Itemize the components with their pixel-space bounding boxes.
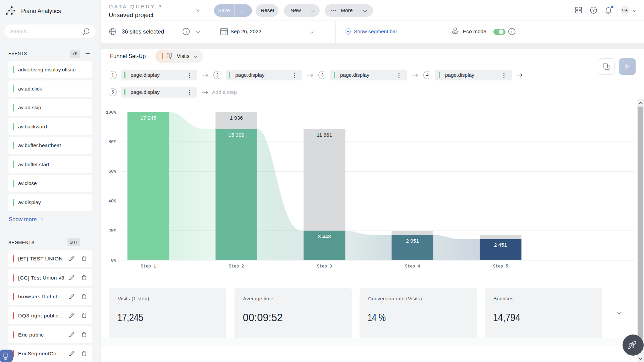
svg-text:1 936: 1 936	[230, 115, 243, 121]
svg-text:80%: 80%	[108, 140, 116, 144]
svg-text:Step 2: Step 2	[229, 264, 244, 269]
svg-text:2 451: 2 451	[494, 242, 507, 248]
svg-text:Step 5: Step 5	[493, 264, 508, 269]
svg-text:Step 3: Step 3	[317, 264, 332, 269]
svg-text:40%: 40%	[108, 199, 116, 204]
svg-text:100%: 100%	[106, 110, 116, 115]
svg-text:?: ?	[592, 8, 595, 13]
svg-text:11 861: 11 861	[317, 132, 332, 138]
svg-text:Step 4: Step 4	[405, 264, 420, 269]
svg-text:0%: 0%	[111, 258, 116, 263]
svg-text:60%: 60%	[108, 169, 116, 174]
svg-text:3 448: 3 448	[318, 234, 331, 239]
svg-text:15 309: 15 309	[228, 132, 244, 138]
svg-text:2 951: 2 951	[406, 238, 419, 244]
svg-text:Step 1: Step 1	[141, 264, 156, 269]
svg-text:20%: 20%	[108, 229, 116, 233]
svg-text:17 245: 17 245	[140, 115, 156, 121]
